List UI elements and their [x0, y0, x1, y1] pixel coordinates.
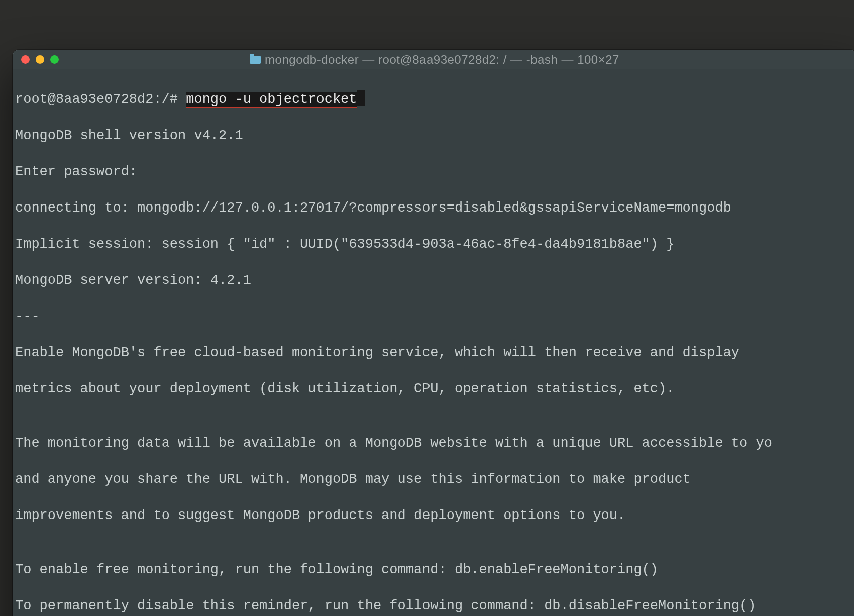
output-line: improvements and to suggest MongoDB prod… [15, 506, 854, 525]
highlight-cursor [357, 90, 365, 106]
output-line: To permanently disable this reminder, ru… [15, 597, 854, 615]
output-line: MongoDB shell version v4.2.1 [15, 127, 854, 145]
window-title: mongodb-docker — root@8aa93e0728d2: / — … [13, 53, 854, 67]
terminal-body[interactable]: root@8aa93e0728d2:/# mongo -u objectrock… [13, 69, 854, 616]
maximize-icon[interactable] [50, 55, 59, 64]
output-line: --- [15, 307, 854, 326]
close-icon[interactable] [21, 55, 30, 64]
output-line: To enable free monitoring, run the follo… [15, 561, 854, 579]
output-line: Enable MongoDB's free cloud-based monito… [15, 344, 854, 362]
minimize-icon[interactable] [36, 55, 44, 64]
folder-icon [250, 56, 261, 64]
traffic-lights [21, 55, 59, 64]
output-line: Enter password: [15, 163, 854, 181]
cmd-mongo: mongo -u objectrocket [186, 92, 357, 108]
output-line: and anyone you share the URL with. Mongo… [15, 470, 854, 488]
output-line: metrics about your deployment (disk util… [15, 380, 854, 398]
output-line: Implicit session: session { "id" : UUID(… [15, 235, 854, 253]
terminal-window: mongodb-docker — root@8aa93e0728d2: / — … [13, 50, 854, 616]
titlebar: mongodb-docker — root@8aa93e0728d2: / — … [13, 50, 854, 69]
output-line: MongoDB server version: 4.2.1 [15, 271, 854, 289]
window-title-text: mongodb-docker — root@8aa93e0728d2: / — … [265, 53, 619, 67]
prompt-root: root@8aa93e0728d2:/# [15, 92, 178, 107]
output-line: The monitoring data will be available on… [15, 434, 854, 452]
output-line: connecting to: mongodb://127.0.0.1:27017… [15, 199, 854, 217]
